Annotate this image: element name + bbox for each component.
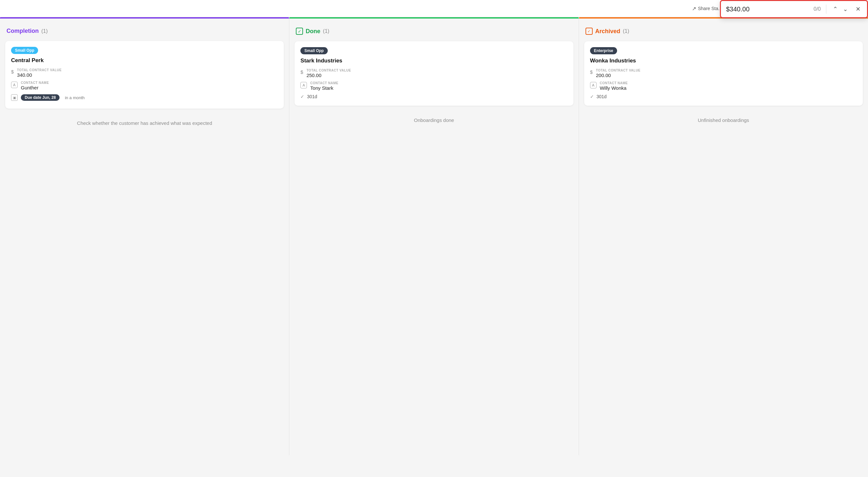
dollar-icon: $ [301,69,303,75]
done-header: ✓ Done (1) [289,19,578,39]
archived-check-icon: ✓ [586,28,593,35]
field-total-contract: $ TOTAL CONTRACT VALUE 340.00 [11,68,278,78]
field-label-contact: CONTACT NAME [600,81,628,85]
contact-icon: A [590,82,596,89]
find-overlay: $340.00 0/0 ⌃ ⌄ ✕ [720,0,868,18]
field-total-contract: $ TOTAL CONTRACT VALUE 200.00 [590,69,857,78]
column-done: ✓ Done (1) Small Opp Stark Industries $ … [289,17,579,455]
check-icon: ✓ [590,94,594,99]
card-central-perk[interactable]: Small Opp Central Perk $ TOTAL CONTRACT … [5,41,284,109]
archived-footer: Unfinished onboardings [579,111,868,129]
find-input[interactable]: $340.00 [726,5,808,13]
card-tag: Enterprise [590,47,617,54]
card-tag: Small Opp [11,47,38,54]
field-value-tcv: 200.00 [596,72,641,78]
card-title: Wonka Industries [590,58,857,64]
archived-header: ✓ Archived (1) [579,19,868,39]
toolbar: $340.00 0/0 ⌃ ⌄ ✕ ↗ Share Sta... 🔍 ☰ 🤖 A… [0,0,868,17]
field-value-contact: Gunther [21,85,49,91]
board: Completion (1) Small Opp Central Perk $ … [0,17,868,455]
due-date-relative: in a month [65,95,85,100]
share-label: Share Sta... [698,6,722,11]
contact-icon: A [11,81,18,88]
archived-title-row: ✓ Archived (1) [586,28,862,35]
field-contact: A CONTACT NAME Gunther [11,81,278,91]
completion-footer: Check whether the customer has achieved … [0,114,289,132]
contact-icon: A [301,82,307,89]
check-icon: ✓ [301,94,304,99]
field-label-contact: CONTACT NAME [310,81,338,85]
find-prev-button[interactable]: ⌃ [832,4,839,14]
find-nav: ⌃ ⌄ [832,4,849,14]
card-tag: Small Opp [301,47,328,54]
field-label-tcv: TOTAL CONTRACT VALUE [596,69,641,72]
completion-title-row: Completion (1) [6,28,282,34]
archived-title: Archived [595,28,620,35]
done-title-row: ✓ Done (1) [296,28,572,35]
field-check: ✓ 301d [301,94,567,99]
card-title: Stark Industries [301,58,567,64]
archived-count: (1) [623,28,629,34]
field-contact: A CONTACT NAME Tony Stark [301,81,567,91]
done-footer: Onboardings done [289,111,578,129]
done-check-icon: ✓ [296,28,303,35]
dollar-icon: $ [11,69,14,74]
calendar-icon: ▣ [11,94,18,101]
card-title: Central Perk [11,57,278,64]
find-close-button[interactable]: ✕ [854,4,862,14]
check-value: 301d [596,94,607,99]
field-value-tcv: 340.00 [17,72,62,78]
completion-title: Completion [6,28,39,34]
field-label-contact: CONTACT NAME [21,81,49,84]
check-value: 301d [307,94,317,99]
due-date-badge: Due date Jun, 28 [21,94,60,101]
share-icon: ↗ [692,5,696,12]
field-total-contract: $ TOTAL CONTRACT VALUE 250.00 [301,69,567,78]
column-archived: ✓ Archived (1) Enterprise Wonka Industri… [579,17,868,455]
field-value-tcv: 250.00 [307,72,351,78]
done-count: (1) [323,28,329,34]
card-wonka[interactable]: Enterprise Wonka Industries $ TOTAL CONT… [584,41,863,106]
field-duedate: ▣ Due date Jun, 28 in a month [11,94,278,101]
card-stark[interactable]: Small Opp Stark Industries $ TOTAL CONTR… [294,41,573,106]
field-check: ✓ 301d [590,94,857,99]
completion-count: (1) [41,28,48,34]
done-title: Done [306,28,320,35]
field-label-tcv: TOTAL CONTRACT VALUE [307,69,351,72]
find-divider [826,5,826,14]
field-contact: A CONTACT NAME Willy Wonka [590,81,857,91]
find-count: 0/0 [814,6,821,12]
field-label-tcv: TOTAL CONTRACT VALUE [17,68,62,72]
column-completion: Completion (1) Small Opp Central Perk $ … [0,17,289,455]
field-value-contact: Tony Stark [310,85,338,91]
completion-header: Completion (1) [0,19,289,38]
find-next-button[interactable]: ⌄ [842,4,849,14]
dollar-icon: $ [590,69,593,75]
field-value-contact: Willy Wonka [600,85,628,91]
